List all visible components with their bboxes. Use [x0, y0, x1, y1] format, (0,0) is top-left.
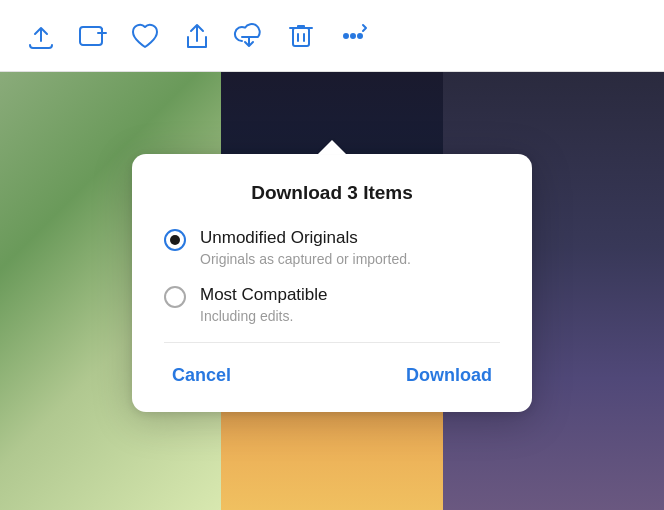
- option-most-compatible-text: Most Compatible Including edits.: [200, 285, 328, 324]
- cancel-button[interactable]: Cancel: [164, 359, 239, 392]
- add-to-album-icon[interactable]: [76, 19, 110, 53]
- upload-icon[interactable]: [24, 19, 58, 53]
- more-icon[interactable]: [336, 19, 370, 53]
- popup-overlay: Download 3 Items Unmodified Originals Or…: [0, 144, 664, 510]
- option-most-compatible-sub: Including edits.: [200, 308, 328, 324]
- radio-unmodified[interactable]: [164, 229, 186, 251]
- radio-most-compatible[interactable]: [164, 286, 186, 308]
- svg-point-8: [358, 34, 362, 38]
- radio-unmodified-dot: [170, 235, 180, 245]
- download-popup: Download 3 Items Unmodified Originals Or…: [132, 154, 532, 412]
- option-most-compatible-label: Most Compatible: [200, 285, 328, 305]
- share-icon[interactable]: [180, 19, 214, 53]
- svg-rect-0: [80, 27, 102, 45]
- svg-rect-3: [293, 28, 309, 46]
- option-unmodified-sub: Originals as captured or imported.: [200, 251, 411, 267]
- option-unmodified[interactable]: Unmodified Originals Originals as captur…: [164, 228, 500, 267]
- svg-point-6: [344, 34, 348, 38]
- divider: [164, 342, 500, 343]
- download-button[interactable]: Download: [398, 359, 500, 392]
- favorite-icon[interactable]: [128, 19, 162, 53]
- popup-title: Download 3 Items: [164, 182, 500, 204]
- option-unmodified-label: Unmodified Originals: [200, 228, 411, 248]
- svg-point-7: [351, 34, 355, 38]
- popup-actions: Cancel Download: [164, 355, 500, 392]
- download-cloud-icon[interactable]: [232, 19, 266, 53]
- popup-arrow: [318, 140, 346, 154]
- option-unmodified-text: Unmodified Originals Originals as captur…: [200, 228, 411, 267]
- toolbar: [0, 0, 664, 72]
- delete-icon[interactable]: [284, 19, 318, 53]
- option-most-compatible[interactable]: Most Compatible Including edits.: [164, 285, 500, 324]
- photos-area: Download 3 Items Unmodified Originals Or…: [0, 72, 664, 510]
